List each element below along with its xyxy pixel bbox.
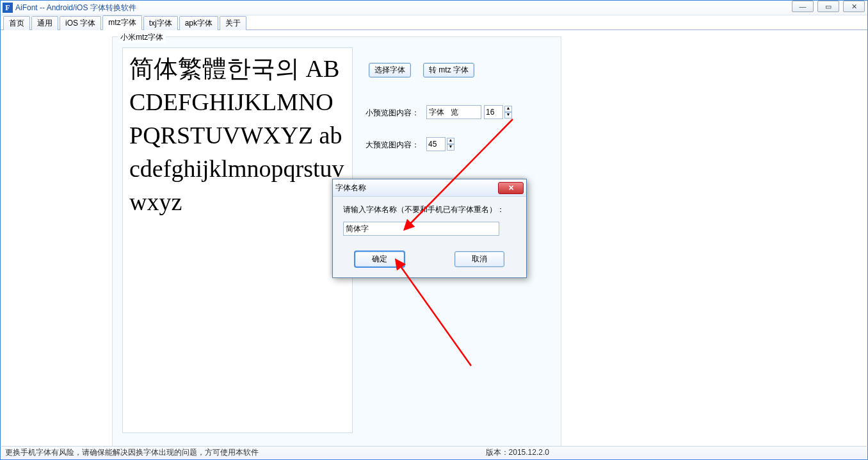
cancel-button[interactable]: 取消 bbox=[454, 251, 504, 267]
big-preview-size-spinner[interactable]: 45 ▲▼ bbox=[426, 137, 454, 151]
font-preview-text: 简体繁體한국의 ABCDEFGHIJKLMNOPQRSTUVWXYZ abcde… bbox=[129, 52, 346, 218]
select-font-button[interactable]: 选择字体 bbox=[369, 63, 411, 78]
tab-apk-font[interactable]: apk字体 bbox=[179, 16, 218, 30]
tab-mtz-font[interactable]: mtz字体 bbox=[102, 15, 141, 30]
title-bar: F AiFont -- Android/iOS 字体转换软件 — ▭ ✕ bbox=[1, 1, 867, 15]
dialog-close-button[interactable]: ✕ bbox=[498, 182, 524, 194]
small-preview-size-spinner[interactable]: 16 ▲▼ bbox=[484, 105, 512, 119]
window-title: AiFont -- Android/iOS 字体转换软件 bbox=[15, 3, 136, 13]
small-preview-label: 小预览图内容： bbox=[366, 108, 419, 119]
status-message: 更换手机字体有风险，请确保能解决因换字体出现的问题，方可使用本软件 bbox=[5, 447, 259, 458]
font-name-input[interactable] bbox=[343, 222, 499, 236]
tab-strip: 首页 通用 iOS 字体 mtz字体 txj字体 apk字体 关于 bbox=[1, 15, 867, 30]
dialog-buttons: 确定 取消 bbox=[343, 251, 516, 267]
big-preview-size-value[interactable]: 45 bbox=[426, 137, 446, 151]
tab-ios-font[interactable]: iOS 字体 bbox=[60, 16, 101, 30]
font-name-dialog: 字体名称 ✕ 请输入字体名称（不要和手机已有字体重名）： 确定 取消 bbox=[332, 179, 527, 278]
minimize-button[interactable]: — bbox=[792, 1, 814, 12]
app-icon: F bbox=[3, 3, 13, 13]
convert-mtz-button[interactable]: 转 mtz 字体 bbox=[423, 63, 474, 78]
tab-general[interactable]: 通用 bbox=[31, 16, 58, 30]
dialog-titlebar[interactable]: 字体名称 ✕ bbox=[333, 179, 526, 197]
tab-about[interactable]: 关于 bbox=[220, 16, 246, 30]
status-bar: 更换手机字体有风险，请确保能解决因换字体出现的问题，方可使用本软件 版本：201… bbox=[1, 446, 867, 459]
dialog-prompt: 请输入字体名称（不要和手机已有字体重名）： bbox=[343, 204, 516, 215]
ok-button[interactable]: 确定 bbox=[355, 251, 405, 267]
tab-txj-font[interactable]: txj字体 bbox=[143, 16, 178, 30]
font-preview-panel: 简体繁體한국의 ABCDEFGHIJKLMNOPQRSTUVWXYZ abcde… bbox=[122, 47, 353, 433]
tab-home[interactable]: 首页 bbox=[3, 16, 30, 30]
spinner-arrows-icon[interactable]: ▲▼ bbox=[447, 138, 454, 151]
big-preview-label: 大预览图内容： bbox=[366, 140, 419, 151]
small-preview-size-value[interactable]: 16 bbox=[484, 105, 503, 119]
dialog-title: 字体名称 bbox=[335, 183, 366, 193]
groupbox-legend: 小米mtz字体 bbox=[118, 32, 166, 43]
window-controls: — ▭ ✕ bbox=[792, 1, 865, 12]
close-button[interactable]: ✕ bbox=[843, 1, 865, 12]
version-label: 版本：2015.12.2.0 bbox=[486, 447, 549, 458]
app-window: F AiFont -- Android/iOS 字体转换软件 — ▭ ✕ 首页 … bbox=[0, 0, 868, 460]
spinner-arrows-icon[interactable]: ▲▼ bbox=[504, 106, 512, 119]
dialog-body: 请输入字体名称（不要和手机已有字体重名）： 确定 取消 bbox=[333, 197, 526, 277]
maximize-button[interactable]: ▭ bbox=[817, 1, 839, 12]
small-preview-input[interactable] bbox=[426, 105, 481, 119]
